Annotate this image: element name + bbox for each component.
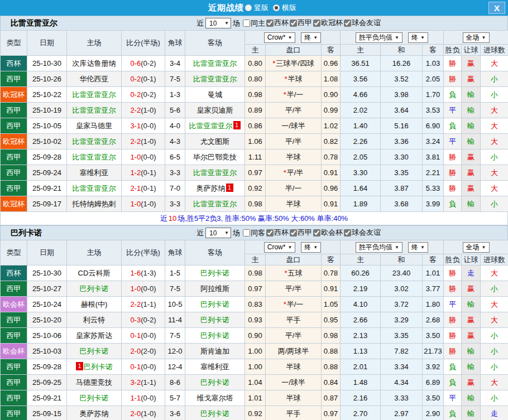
league-filter-label: 欧冠杯	[321, 18, 343, 28]
score-cell: 2-2(1-1)	[122, 297, 165, 312]
league-filter[interactable]: 西甲	[290, 18, 312, 28]
table-row: 欧会杯 25-10-03 巴列卡诺 2-0(2-0) 12-0 斯肯迪加 1.0…	[1, 344, 508, 359]
avg-odds-select[interactable]: 胜平负均值 ▼	[356, 32, 402, 43]
handicap-result-cell: 赢	[462, 149, 481, 165]
league-checkbox[interactable]	[313, 20, 320, 27]
avg-stage-select[interactable]: 终 ▼	[408, 242, 428, 253]
filter-bar: 近 10 ▼ 场 同主 西杯西甲欧冠杯球会友谊	[195, 18, 381, 28]
avg-home-cell: 2.19	[341, 281, 381, 297]
league-checkbox[interactable]	[344, 229, 351, 236]
same-venue-checkbox[interactable]	[243, 20, 250, 27]
team-name-text: 巴列卡诺	[80, 394, 109, 402]
handicap-text: 半球	[286, 153, 301, 161]
same-venue-filter[interactable]: 同主	[243, 18, 265, 28]
home-team-cell: 比雷亚雷亚尔	[67, 103, 122, 118]
handicap-text: 半球	[288, 75, 303, 83]
avg-home-cell: 36.51	[341, 56, 381, 71]
league-checkbox[interactable]	[344, 20, 351, 27]
handicap-cell: 半球	[266, 196, 322, 212]
league-checkbox[interactable]	[290, 20, 297, 27]
home-team-cell: 马德里竞技	[67, 375, 122, 390]
corner-cell: 7-5	[165, 71, 185, 87]
fulltime-score: 0-6	[130, 59, 141, 67]
league-badge: 西甲	[1, 281, 27, 297]
team-name-text: 巴列卡诺	[84, 363, 113, 371]
odds-home-cell: 0.86	[245, 118, 266, 134]
league-filter[interactable]: 西杯	[266, 18, 289, 28]
handicap-result-cell: 赢	[462, 71, 481, 87]
halftime-score: (0-1)	[141, 184, 156, 192]
avg-draw-cell: 3.87	[381, 181, 423, 196]
team-name-text: 塞维利亚	[200, 363, 229, 371]
team-name: 比雷亚雷亚尔	[1, 18, 57, 28]
goals-result-cell: 小	[481, 87, 508, 103]
date-cell: 25-09-25	[27, 375, 67, 390]
score-cell: 1-2(0-1)	[122, 165, 165, 181]
odds-stage-select[interactable]: 终 ▼	[301, 242, 321, 253]
odds-stage-select[interactable]: 终 ▼	[301, 32, 321, 43]
near-count-select[interactable]: 10 ▼	[205, 228, 231, 238]
same-venue-label: 同客	[251, 228, 265, 238]
same-venue-checkbox[interactable]	[243, 229, 250, 236]
avg-away-cell: 2.21	[423, 165, 444, 181]
team-name-text: 毕尔巴鄂竞技	[193, 153, 237, 161]
league-filter[interactable]: 球会友谊	[344, 18, 381, 28]
league-filters: 西杯西甲欧冠杯球会友谊	[265, 18, 381, 28]
close-icon: X	[494, 3, 500, 13]
vertical-layout-radio[interactable]	[245, 4, 252, 11]
horizontal-layout-radio[interactable]	[273, 4, 280, 11]
league-checkbox[interactable]	[313, 229, 320, 236]
date-cell: 25-10-06	[27, 328, 67, 344]
team-name-text: 曼城	[208, 90, 222, 99]
bookmaker-select[interactable]: Crow* ▼	[264, 32, 296, 43]
league-filter[interactable]: 欧会杯	[313, 228, 343, 238]
league-filter[interactable]: 球会友谊	[344, 228, 381, 238]
league-badge: 西杯	[1, 56, 27, 71]
team-name-text: 马德里竞技	[76, 378, 112, 387]
halftime-score: (0-0)	[141, 284, 156, 293]
league-checkbox[interactable]	[266, 229, 274, 236]
fulltime-score: 0-2	[130, 75, 141, 83]
league-filter[interactable]: 西甲	[290, 228, 312, 238]
table-row: 西甲 25-10-19 比雷亚雷亚尔 2-2(1-0) 5-6 皇家贝迪斯 0.…	[1, 103, 508, 118]
handicap-cell: 一/球半	[266, 118, 322, 134]
league-filters: 西杯西甲欧会杯球会友谊	[265, 228, 381, 238]
avg-home-cell: 4.10	[341, 297, 381, 312]
favorite-star-icon: *	[284, 90, 286, 99]
team-name-text: 比雷亚雷亚尔	[73, 90, 116, 99]
avg-odds-select[interactable]: 胜平负均值 ▼	[356, 242, 402, 253]
avg-draw-cell: 2.97	[381, 406, 423, 420]
col-avg-away: 客	[423, 45, 444, 56]
fulltime-score: 0-3	[130, 316, 141, 324]
period-select[interactable]: 全场 ▼	[463, 32, 490, 43]
handicap-result-cell: 輸	[462, 390, 481, 406]
score-cell: 3-2(1-1)	[122, 375, 165, 390]
corner-cell: 7-0	[165, 181, 185, 196]
near-count-select[interactable]: 10 ▼	[205, 18, 231, 28]
period-select[interactable]: 全场 ▼	[463, 242, 490, 253]
avg-stage-select[interactable]: 终 ▼	[408, 32, 428, 43]
league-filter[interactable]: 欧冠杯	[313, 18, 343, 28]
bookmaker-select[interactable]: Crow* ▼	[264, 242, 296, 253]
same-venue-filter[interactable]: 同客	[243, 228, 265, 238]
league-filter-label: 欧会杯	[321, 228, 343, 238]
table-row: 西甲 25-09-25 马德里竞技 3-2(1-1) 8-6 巴列卡诺 1.04…	[1, 375, 508, 390]
team-name-text: 比雷亚雷亚尔	[73, 106, 116, 114]
corner-cell: 11-4	[165, 312, 185, 328]
odds-away-cell: 0.91	[322, 281, 341, 297]
corner-cell: 12-0	[165, 344, 185, 359]
handicap-result-cell: 輸	[462, 297, 481, 312]
avg-draw-cell: 3.98	[381, 87, 423, 103]
favorite-star-icon: *	[284, 300, 286, 308]
league-filter[interactable]: 西杯	[266, 228, 289, 238]
col-handicap: 盘口	[266, 254, 322, 265]
avg-draw-cell: 3.02	[381, 281, 423, 297]
odds-away-cell: 0.96	[322, 56, 341, 71]
wdl-result-cell: 負	[444, 406, 462, 420]
avg-group-header: 胜平负均值 ▼ 终 ▼	[341, 240, 444, 254]
close-button[interactable]: X	[488, 2, 505, 14]
league-badge: 欧会杯	[1, 344, 27, 359]
league-checkbox[interactable]	[266, 20, 274, 27]
league-checkbox[interactable]	[290, 229, 297, 236]
date-cell: 25-10-26	[27, 71, 67, 87]
